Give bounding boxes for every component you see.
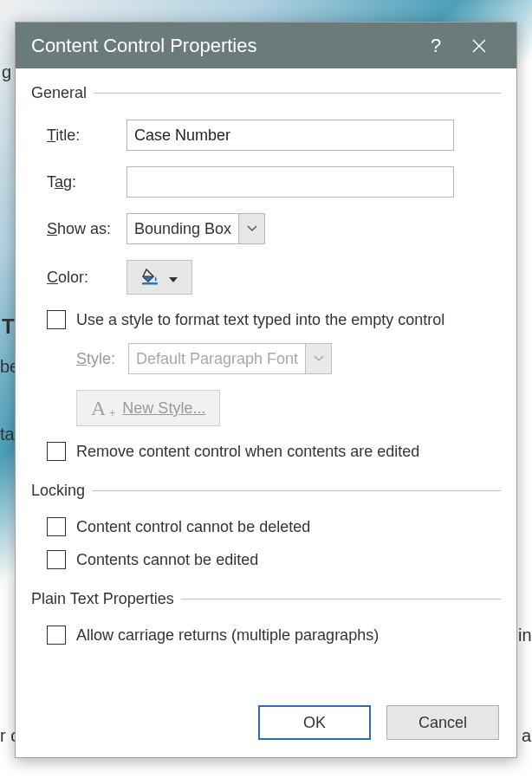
titlebar: Content Control Properties ? — [16, 23, 516, 68]
chevron-down-icon — [238, 214, 264, 243]
bg-frag: g — [2, 62, 11, 82]
cannot-edit-label: Contents cannot be edited — [76, 551, 258, 569]
use-style-checkrow: Use a style to format text typed into th… — [31, 310, 501, 329]
dialog-title: Content Control Properties — [31, 35, 414, 57]
cannot-delete-checkbox[interactable] — [47, 517, 66, 536]
color-picker-button[interactable] — [127, 260, 192, 295]
remove-checkrow: Remove content control when contents are… — [31, 442, 501, 461]
tag-input[interactable] — [127, 166, 454, 198]
new-style-button: A+ New Style... — [76, 390, 220, 426]
help-button[interactable]: ? — [414, 23, 457, 68]
style-row: Style: Default Paragraph Font — [31, 343, 501, 374]
group-plaintext-label: Plain Text Properties — [31, 590, 501, 608]
color-label: Color: — [47, 269, 127, 287]
carriage-checkrow: Allow carriage returns (multiple paragra… — [31, 626, 501, 645]
title-label: Title: — [47, 126, 127, 145]
use-style-label: Use a style to format text typed into th… — [76, 311, 444, 329]
title-row: Title: — [31, 120, 501, 151]
close-icon — [471, 38, 487, 54]
tag-row: Tag: — [31, 166, 501, 198]
bg-frag: in — [518, 626, 532, 645]
group-locking-label: Locking — [31, 482, 501, 500]
title-input[interactable] — [127, 120, 454, 151]
style-label: Style: — [76, 350, 128, 368]
cannot-edit-checkrow: Contents cannot be edited — [31, 550, 501, 569]
cannot-delete-checkrow: Content control cannot be deleted — [31, 517, 501, 536]
remove-on-edit-label: Remove content control when contents are… — [76, 443, 419, 461]
group-general: General Title: Tag: Show as: Bounding Bo… — [31, 84, 501, 461]
svg-rect-2 — [142, 282, 158, 285]
allow-carriage-label: Allow carriage returns (multiple paragra… — [76, 626, 379, 645]
tag-label: Tag: — [47, 173, 127, 191]
style-a-icon: A — [91, 397, 106, 420]
group-locking: Locking Content control cannot be delete… — [31, 482, 501, 569]
dropdown-triangle-icon — [169, 269, 178, 287]
cannot-edit-checkbox[interactable] — [47, 550, 66, 569]
ok-button[interactable]: OK — [258, 705, 371, 740]
bg-frag: T — [2, 314, 15, 339]
dialog-footer: OK Cancel — [16, 697, 516, 757]
bg-frag: a — [522, 726, 531, 746]
color-row: Color: — [31, 260, 501, 295]
style-select: Default Paragraph Font — [128, 343, 332, 374]
bg-frag: ta — [0, 425, 15, 444]
close-button[interactable] — [457, 23, 501, 68]
cancel-button[interactable]: Cancel — [386, 705, 499, 740]
group-plaintext: Plain Text Properties Allow carriage ret… — [31, 590, 501, 645]
content-control-properties-dialog: Content Control Properties ? General Tit… — [15, 22, 517, 758]
use-style-checkbox[interactable] — [47, 310, 66, 329]
showas-label: Show as: — [47, 220, 127, 238]
remove-on-edit-checkbox[interactable] — [47, 442, 66, 461]
showas-select[interactable]: Bounding Box — [127, 213, 265, 244]
dialog-content: General Title: Tag: Show as: Bounding Bo… — [16, 68, 516, 697]
cannot-delete-label: Content control cannot be deleted — [76, 518, 310, 536]
paint-bucket-icon — [141, 266, 160, 289]
allow-carriage-checkbox[interactable] — [47, 626, 66, 645]
showas-row: Show as: Bounding Box — [31, 213, 501, 244]
chevron-down-icon — [305, 344, 331, 373]
group-general-label: General — [31, 84, 501, 102]
